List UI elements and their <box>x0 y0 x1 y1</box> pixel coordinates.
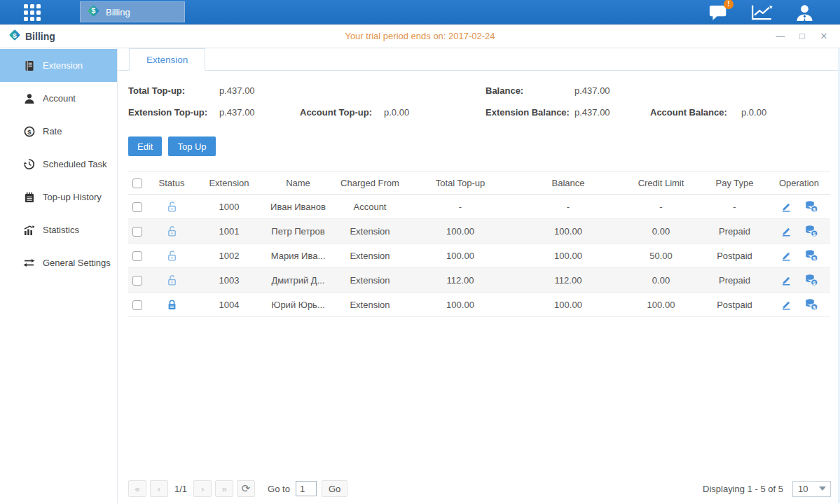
top-up-button[interactable]: Top Up <box>168 136 215 156</box>
column-header-total-top-up: Total Top-up <box>405 172 516 195</box>
cell-extension: 1002 <box>197 244 261 268</box>
column-header-balance: Balance <box>516 172 621 195</box>
lock-icon <box>166 298 178 309</box>
cell-balance: - <box>516 195 621 219</box>
edit-icon[interactable] <box>780 225 792 235</box>
window-header: $ Billing Your trial period ends on: 201… <box>0 24 840 48</box>
cell-charged-from: Account <box>335 195 405 219</box>
sidebar: Extension Account $ Rate Scheduled Task … <box>0 48 118 503</box>
cell-name: Юрий Юрь... <box>261 293 335 317</box>
close-icon[interactable]: ✕ <box>819 31 829 41</box>
go-button[interactable]: Go <box>322 480 347 497</box>
row-checkbox[interactable] <box>132 300 142 310</box>
summary-panel: Total Top-up: p.437.00 Balance: p.437.00… <box>128 80 829 123</box>
app-launcher-icon[interactable] <box>24 4 50 20</box>
main-content: Extension Total Top-up: p.437.00 Balance… <box>118 48 840 503</box>
prev-page-button[interactable]: ‹ <box>150 480 168 497</box>
cell-balance: 100.00 <box>516 244 621 268</box>
extensions-table: StatusExtensionNameCharged FromTotal Top… <box>128 171 830 317</box>
account-balance-label: Account Balance: <box>650 107 741 118</box>
page-indicator: 1/1 <box>174 484 187 494</box>
cell-pay-type: - <box>701 195 768 219</box>
last-page-button[interactable]: » <box>215 480 233 497</box>
minimize-icon[interactable]: — <box>776 31 785 41</box>
refresh-icon[interactable]: ⟳ <box>237 480 255 497</box>
cell-total-topup: 100.00 <box>405 244 516 268</box>
sidebar-item-rate[interactable]: $ Rate <box>0 115 117 148</box>
header-checkbox-cell <box>128 172 146 195</box>
page-size-select[interactable]: 10 <box>792 481 831 497</box>
sidebar-item-statistics[interactable]: Statistics <box>0 214 117 246</box>
pagination-bar: « ‹ 1/1 › » ⟳ Go to Go Displaying 1 - 5 … <box>128 479 831 498</box>
edit-icon[interactable] <box>780 274 792 284</box>
sidebar-item-general-settings[interactable]: General Settings <box>0 246 117 279</box>
total-topup-value: p.437.00 <box>219 85 300 96</box>
edit-icon[interactable] <box>780 249 792 260</box>
cell-credit-limit: 0.00 <box>621 219 701 244</box>
maximize-icon[interactable]: □ <box>797 31 807 41</box>
cell-total-topup: 100.00 <box>405 219 516 244</box>
trial-notice: Your trial period ends on: 2017-02-24 <box>0 31 840 41</box>
sidebar-item-scheduled-task[interactable]: Scheduled Task <box>0 148 117 181</box>
taskbar-tab-billing[interactable]: $ Billing <box>80 1 185 22</box>
topup-icon[interactable]: $ <box>804 225 818 235</box>
displaying-text: Displaying 1 - 5 of 5 <box>703 484 783 494</box>
svg-text:$: $ <box>813 280 816 286</box>
row-checkbox[interactable] <box>132 227 142 237</box>
cell-balance: 112.00 <box>516 268 621 293</box>
cell-extension: 1004 <box>197 293 261 317</box>
cell-charged-from: Extension <box>335 268 405 293</box>
cell-extension: 1000 <box>197 195 261 219</box>
row-checkbox[interactable] <box>132 251 142 261</box>
first-page-button[interactable]: « <box>128 480 146 497</box>
table-row: 1003 Дмитрий Д... Extension 112.00 112.0… <box>128 268 830 293</box>
account-topup-value: p.0.00 <box>384 107 486 118</box>
svg-text:$: $ <box>813 304 816 311</box>
account-topup-label: Account Top-up: <box>300 107 384 118</box>
edit-icon[interactable] <box>780 298 792 309</box>
topup-icon[interactable]: $ <box>804 274 818 284</box>
svg-text:$: $ <box>813 206 816 213</box>
edit-button[interactable]: Edit <box>128 136 162 156</box>
sidebar-item-top-up-history[interactable]: Top-up History <box>0 181 117 214</box>
unlock-icon <box>166 225 178 235</box>
extension-topup-label: Extension Top-up: <box>128 107 219 118</box>
edit-icon[interactable] <box>780 200 792 211</box>
row-checkbox[interactable] <box>132 276 142 286</box>
cell-name: Мария Ива... <box>261 244 335 268</box>
svg-text:$: $ <box>813 231 816 237</box>
cell-credit-limit: 100.00 <box>621 293 701 317</box>
cell-total-topup: 112.00 <box>405 268 516 293</box>
window-title-text: Billing <box>25 31 55 42</box>
next-page-button[interactable]: › <box>193 480 212 497</box>
topup-icon[interactable]: $ <box>804 200 818 211</box>
cell-total-topup: 100.00 <box>405 293 516 317</box>
cell-pay-type: Prepaid <box>701 219 768 244</box>
row-checkbox[interactable] <box>132 202 142 212</box>
total-topup-label: Total Top-up: <box>128 85 219 96</box>
messages-icon[interactable]: ! <box>709 4 728 21</box>
sidebar-item-extension[interactable]: Extension <box>0 49 117 82</box>
column-header-operation: Operation <box>768 172 830 195</box>
column-header-pay-type: Pay Type <box>701 172 768 195</box>
cell-balance: 100.00 <box>516 219 621 244</box>
column-header-extension: Extension <box>197 172 261 195</box>
user-icon[interactable] <box>796 4 813 21</box>
taskbar-icons: ! <box>709 0 813 24</box>
cell-name: Иван Иванов <box>261 195 335 219</box>
statistics-icon[interactable] <box>751 4 773 20</box>
balance-value: p.437.00 <box>574 85 650 96</box>
svg-text:$: $ <box>813 255 816 262</box>
topup-icon[interactable]: $ <box>804 249 818 260</box>
goto-page-input[interactable] <box>296 481 317 496</box>
history-clock-icon <box>23 158 35 170</box>
tab-extension[interactable]: Extension <box>129 48 205 71</box>
page-size-value: 10 <box>798 484 808 494</box>
topup-icon[interactable]: $ <box>804 298 818 309</box>
column-header-name: Name <box>261 172 335 195</box>
goto-label: Go to <box>268 484 290 494</box>
select-all-checkbox[interactable] <box>132 178 142 188</box>
taskbar-tab-label: Billing <box>106 7 130 18</box>
column-header-credit-limit: Credit Limit <box>621 172 701 195</box>
sidebar-item-account[interactable]: Account <box>0 82 117 115</box>
